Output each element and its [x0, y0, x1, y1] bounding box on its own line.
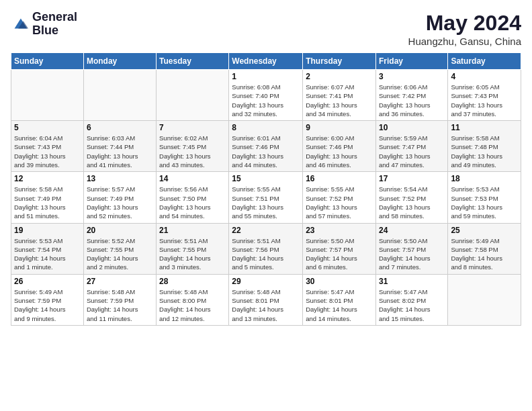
calendar-cell — [11, 70, 84, 121]
calendar-title: May 2024 — [408, 11, 521, 36]
calendar-cell: 19Sunrise: 5:53 AM Sunset: 7:54 PM Dayli… — [11, 223, 84, 274]
day-number: 7 — [159, 123, 226, 132]
calendar-cell: 27Sunrise: 5:48 AM Sunset: 7:59 PM Dayli… — [83, 274, 156, 325]
day-info: Sunrise: 6:00 AM Sunset: 7:46 PM Dayligh… — [306, 134, 373, 169]
calendar-week-3: 12Sunrise: 5:58 AM Sunset: 7:49 PM Dayli… — [11, 172, 521, 223]
calendar-cell: 23Sunrise: 5:50 AM Sunset: 7:57 PM Dayli… — [303, 223, 376, 274]
day-info: Sunrise: 5:54 AM Sunset: 7:52 PM Dayligh… — [379, 185, 445, 220]
calendar-week-5: 26Sunrise: 5:49 AM Sunset: 7:59 PM Dayli… — [11, 274, 521, 325]
title-block: May 2024 Huangzhu, Gansu, China — [408, 11, 521, 47]
logo-line1: General — [32, 11, 77, 24]
day-number: 8 — [232, 123, 300, 132]
day-number: 13 — [87, 174, 153, 183]
calendar-cell — [448, 274, 521, 325]
calendar-cell: 24Sunrise: 5:50 AM Sunset: 7:57 PM Dayli… — [375, 223, 447, 274]
day-info: Sunrise: 6:07 AM Sunset: 7:41 PM Dayligh… — [306, 83, 373, 118]
day-number: 1 — [232, 72, 300, 81]
calendar-cell: 15Sunrise: 5:55 AM Sunset: 7:51 PM Dayli… — [229, 172, 303, 223]
calendar-cell: 17Sunrise: 5:54 AM Sunset: 7:52 PM Dayli… — [375, 172, 447, 223]
day-info: Sunrise: 5:47 AM Sunset: 8:02 PM Dayligh… — [379, 287, 445, 323]
day-info: Sunrise: 6:06 AM Sunset: 7:42 PM Dayligh… — [379, 83, 445, 118]
day-header-saturday: Saturday — [448, 53, 521, 70]
calendar-cell: 10Sunrise: 5:59 AM Sunset: 7:47 PM Dayli… — [375, 121, 447, 172]
calendar-cell: 1Sunrise: 6:08 AM Sunset: 7:40 PM Daylig… — [229, 70, 303, 121]
day-info: Sunrise: 6:01 AM Sunset: 7:46 PM Dayligh… — [232, 134, 300, 169]
calendar-header-row: SundayMondayTuesdayWednesdayThursdayFrid… — [11, 53, 521, 70]
day-info: Sunrise: 6:05 AM Sunset: 7:43 PM Dayligh… — [451, 83, 518, 118]
calendar-cell: 2Sunrise: 6:07 AM Sunset: 7:41 PM Daylig… — [303, 70, 376, 121]
day-info: Sunrise: 5:48 AM Sunset: 7:59 PM Dayligh… — [87, 287, 153, 323]
calendar-cell: 12Sunrise: 5:58 AM Sunset: 7:49 PM Dayli… — [11, 172, 84, 223]
calendar-table: SundayMondayTuesdayWednesdayThursdayFrid… — [11, 52, 521, 326]
day-info: Sunrise: 5:49 AM Sunset: 7:59 PM Dayligh… — [14, 287, 81, 323]
calendar-cell: 16Sunrise: 5:55 AM Sunset: 7:52 PM Dayli… — [303, 172, 376, 223]
page-header: General Blue May 2024 Huangzhu, Gansu, C… — [11, 11, 521, 47]
day-number: 18 — [451, 174, 518, 183]
calendar-week-2: 5Sunrise: 6:04 AM Sunset: 7:43 PM Daylig… — [11, 121, 521, 172]
day-info: Sunrise: 5:53 AM Sunset: 7:53 PM Dayligh… — [451, 185, 518, 220]
calendar-cell: 28Sunrise: 5:48 AM Sunset: 8:00 PM Dayli… — [157, 274, 229, 325]
calendar-cell: 21Sunrise: 5:51 AM Sunset: 7:55 PM Dayli… — [157, 223, 229, 274]
day-info: Sunrise: 6:02 AM Sunset: 7:45 PM Dayligh… — [159, 134, 226, 169]
day-number: 15 — [232, 174, 300, 183]
day-info: Sunrise: 6:04 AM Sunset: 7:43 PM Dayligh… — [14, 134, 81, 169]
day-number: 12 — [14, 174, 81, 183]
calendar-cell: 7Sunrise: 6:02 AM Sunset: 7:45 PM Daylig… — [157, 121, 229, 172]
calendar-cell: 30Sunrise: 5:47 AM Sunset: 8:01 PM Dayli… — [303, 274, 376, 325]
day-info: Sunrise: 5:57 AM Sunset: 7:49 PM Dayligh… — [87, 185, 153, 220]
day-number: 21 — [159, 226, 226, 235]
calendar-cell: 20Sunrise: 5:52 AM Sunset: 7:55 PM Dayli… — [83, 223, 156, 274]
day-info: Sunrise: 5:50 AM Sunset: 7:57 PM Dayligh… — [306, 236, 373, 272]
day-number: 2 — [306, 72, 373, 81]
day-number: 24 — [379, 226, 445, 235]
calendar-cell: 29Sunrise: 5:48 AM Sunset: 8:01 PM Dayli… — [229, 274, 303, 325]
calendar-cell: 9Sunrise: 6:00 AM Sunset: 7:46 PM Daylig… — [303, 121, 376, 172]
day-header-tuesday: Tuesday — [157, 53, 229, 70]
calendar-cell: 5Sunrise: 6:04 AM Sunset: 7:43 PM Daylig… — [11, 121, 84, 172]
day-info: Sunrise: 5:55 AM Sunset: 7:51 PM Dayligh… — [232, 185, 300, 220]
day-number: 4 — [451, 72, 518, 81]
day-header-monday: Monday — [83, 53, 156, 70]
calendar-cell: 26Sunrise: 5:49 AM Sunset: 7:59 PM Dayli… — [11, 274, 84, 325]
day-info: Sunrise: 5:48 AM Sunset: 8:00 PM Dayligh… — [159, 287, 226, 323]
day-info: Sunrise: 5:51 AM Sunset: 7:56 PM Dayligh… — [232, 236, 300, 272]
calendar-cell: 4Sunrise: 6:05 AM Sunset: 7:43 PM Daylig… — [448, 70, 521, 121]
day-info: Sunrise: 5:53 AM Sunset: 7:54 PM Dayligh… — [14, 236, 81, 272]
day-number: 11 — [451, 123, 518, 132]
day-number: 27 — [87, 277, 153, 286]
day-number: 9 — [306, 123, 373, 132]
day-number: 22 — [232, 226, 300, 235]
day-info: Sunrise: 5:58 AM Sunset: 7:48 PM Dayligh… — [451, 134, 518, 169]
day-number: 3 — [379, 72, 445, 81]
day-number: 10 — [379, 123, 445, 132]
day-info: Sunrise: 5:51 AM Sunset: 7:55 PM Dayligh… — [159, 236, 226, 272]
calendar-cell — [83, 70, 156, 121]
logo-icon — [11, 15, 30, 34]
day-number: 31 — [379, 277, 445, 286]
day-header-thursday: Thursday — [303, 53, 376, 70]
day-number: 25 — [451, 226, 518, 235]
day-info: Sunrise: 5:56 AM Sunset: 7:50 PM Dayligh… — [159, 185, 226, 220]
calendar-cell: 13Sunrise: 5:57 AM Sunset: 7:49 PM Dayli… — [83, 172, 156, 223]
logo-text: General Blue — [32, 11, 77, 38]
day-number: 28 — [159, 277, 226, 286]
day-info: Sunrise: 6:08 AM Sunset: 7:40 PM Dayligh… — [232, 83, 300, 118]
day-info: Sunrise: 6:03 AM Sunset: 7:44 PM Dayligh… — [87, 134, 153, 169]
calendar-subtitle: Huangzhu, Gansu, China — [408, 36, 521, 47]
day-number: 6 — [87, 123, 153, 132]
calendar-cell: 6Sunrise: 6:03 AM Sunset: 7:44 PM Daylig… — [83, 121, 156, 172]
day-info: Sunrise: 5:50 AM Sunset: 7:57 PM Dayligh… — [379, 236, 445, 272]
calendar-cell: 25Sunrise: 5:49 AM Sunset: 7:58 PM Dayli… — [448, 223, 521, 274]
calendar-week-4: 19Sunrise: 5:53 AM Sunset: 7:54 PM Dayli… — [11, 223, 521, 274]
day-number: 19 — [14, 226, 81, 235]
calendar-week-1: 1Sunrise: 6:08 AM Sunset: 7:40 PM Daylig… — [11, 70, 521, 121]
day-info: Sunrise: 5:59 AM Sunset: 7:47 PM Dayligh… — [379, 134, 445, 169]
calendar-cell: 31Sunrise: 5:47 AM Sunset: 8:02 PM Dayli… — [375, 274, 447, 325]
day-info: Sunrise: 5:58 AM Sunset: 7:49 PM Dayligh… — [14, 185, 81, 220]
calendar-cell: 22Sunrise: 5:51 AM Sunset: 7:56 PM Dayli… — [229, 223, 303, 274]
day-info: Sunrise: 5:55 AM Sunset: 7:52 PM Dayligh… — [306, 185, 373, 220]
day-number: 26 — [14, 277, 81, 286]
day-number: 16 — [306, 174, 373, 183]
day-header-sunday: Sunday — [11, 53, 84, 70]
calendar-cell: 3Sunrise: 6:06 AM Sunset: 7:42 PM Daylig… — [375, 70, 447, 121]
